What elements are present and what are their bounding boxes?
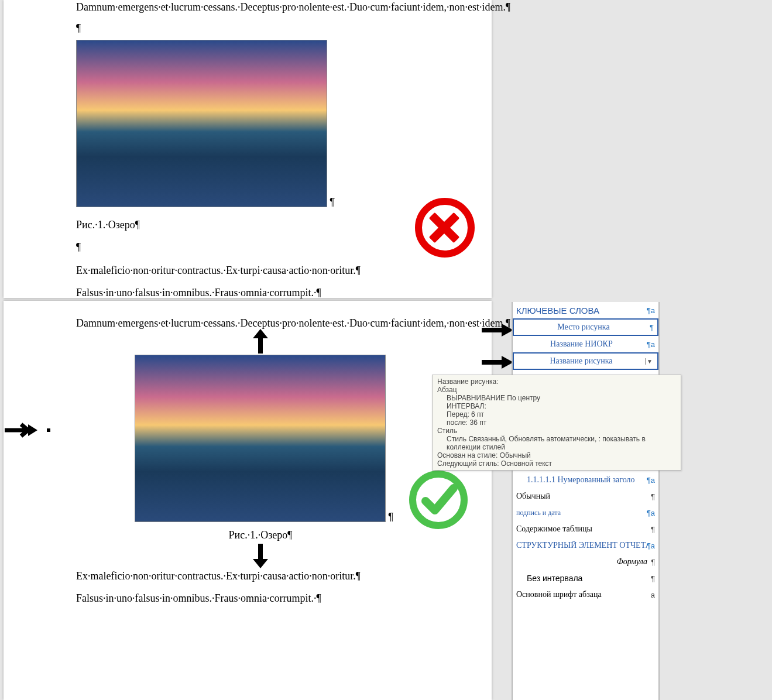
paragraph-marker: ¶ — [651, 525, 655, 534]
style-label: Основной шрифт абзаца — [516, 590, 651, 599]
tooltip-line: ВЫРАВНИВАНИЕ По центру — [437, 394, 676, 402]
style-label: Без интервала — [516, 574, 651, 583]
paragraph-marker: ¶ — [651, 492, 655, 501]
tooltip-line: Стиль — [437, 427, 676, 435]
style-item-formula[interactable]: Формула ¶ — [513, 554, 658, 570]
svg-marker-1 — [28, 424, 37, 436]
paragraph-marker: ¶a — [647, 340, 655, 349]
anchor-dot — [47, 428, 50, 432]
style-label: КЛЮЧЕВЫЕ СЛОВА — [516, 306, 647, 315]
paragraph-marker: ¶a — [647, 306, 655, 315]
incorrect-icon — [415, 198, 475, 258]
arrow-right-icon — [481, 354, 516, 371]
style-item-normal[interactable]: Обычный ¶ — [513, 488, 658, 505]
arrow-up-icon — [252, 328, 269, 355]
styles-pane: КЛЮЧЕВЫЕ СЛОВА ¶a Место рисунка ¶ Назван… — [512, 302, 660, 700]
style-item-niokr[interactable]: Название НИОКР ¶a — [513, 336, 658, 352]
arrow-down-icon — [252, 543, 269, 569]
tooltip-line: Абзац — [437, 386, 676, 394]
style-label: Обычный — [516, 492, 651, 501]
style-item-struct-element[interactable]: СТРУКТУРНЫЙ ЭЛЕМЕНТ ОТЧЕТА ¶a — [513, 537, 658, 554]
style-label: Название рисунка — [517, 356, 645, 366]
paragraph-marker: ¶ — [651, 574, 655, 583]
figure-caption: Рис.·1.·Озеро¶ — [76, 218, 140, 232]
style-label: СТРУКТУРНЫЙ ЭЛЕМЕНТ ОТЧЕТА — [516, 541, 647, 550]
tooltip-line: ИНТЕРВАЛ: — [437, 402, 676, 410]
tooltip-line: после: 36 пт — [437, 418, 676, 427]
tooltip-line: Стиль Связанный, Обновлять автоматически… — [437, 435, 676, 451]
tooltip-line: Перед: 6 пт — [437, 410, 676, 418]
paragraph-marker: ¶a — [647, 541, 655, 550]
style-item-nazvanie-risunka[interactable]: Название рисунка ▼ — [513, 352, 658, 370]
paragraph-marker: a — [651, 591, 655, 599]
empty-paragraph: ¶ — [76, 21, 81, 36]
lake-image[interactable] — [135, 355, 386, 522]
style-item-table-contents[interactable]: Содержимое таблицы ¶ — [513, 521, 658, 537]
paragraph-marker: ¶ — [650, 323, 654, 332]
style-label: Название НИОКР — [516, 339, 647, 349]
style-tooltip: Название рисунка: Абзац ВЫРАВНИВАНИЕ По … — [432, 375, 681, 471]
dropdown-arrow-icon[interactable]: ▼ — [645, 358, 654, 365]
svg-marker-5 — [253, 559, 268, 568]
arrow-right-icon — [4, 421, 39, 439]
empty-paragraph: ¶ — [76, 240, 81, 255]
document-page-bottom: Damnum·emergens·et·lucrum·cessans.·Decep… — [4, 301, 492, 700]
svg-rect-8 — [482, 360, 503, 365]
style-item-keywords[interactable]: КЛЮЧЕВЫЕ СЛОВА ¶a — [513, 302, 658, 318]
paragraph-text: Ex·maleficio·non·oritur·contractus.·Ex·t… — [76, 263, 361, 278]
tooltip-line: Следующий стиль: Основной текст — [437, 459, 676, 468]
paragraph-text: Ex·maleficio·non·oritur·contractus.·Ex·t… — [76, 569, 361, 584]
tooltip-line: Основан на стиле: Обычный — [437, 451, 676, 459]
style-item-no-spacing[interactable]: Без интервала ¶ — [513, 570, 658, 586]
image-paragraph-mark: ¶ — [330, 196, 335, 208]
figure-caption-centered: Рис.·1.·Озеро¶ — [76, 528, 445, 543]
style-item-signature[interactable]: подпись и дата ¶a — [513, 505, 658, 521]
style-label: Формула — [516, 557, 651, 567]
paragraph-marker: ¶a — [647, 476, 655, 485]
paragraph-marker: ¶ — [651, 558, 655, 567]
paragraph-text: Damnum·emergens·et·lucrum·cessans.·Decep… — [76, 316, 510, 331]
paragraph-text: Damnum·emergens·et·lucrum·cessans.·Decep… — [76, 0, 510, 15]
style-label: Содержимое таблицы — [516, 524, 651, 534]
svg-rect-4 — [258, 544, 263, 560]
style-item-mesto-risunka[interactable]: Место рисунка ¶ — [513, 318, 658, 336]
lake-image[interactable] — [76, 40, 327, 207]
paragraph-marker: ¶a — [647, 509, 655, 517]
style-label: Место рисунка — [517, 322, 650, 332]
paragraph-text: Falsus·in·uno·falsus·in·omnibus.·Fraus·o… — [76, 286, 321, 300]
style-item-default-font[interactable]: Основной шрифт абзаца a — [513, 586, 658, 603]
arrow-right-icon — [481, 321, 516, 339]
style-item-numbered-heading[interactable]: 1.1.1.1.1 Нумерованный заголо ¶a — [513, 472, 658, 488]
paragraph-text: Falsus·in·uno·falsus·in·omnibus.·Fraus·o… — [76, 591, 321, 606]
tooltip-title: Название рисунка: — [437, 378, 676, 386]
svg-marker-2 — [253, 329, 268, 338]
document-page-top: Damnum·emergens·et·lucrum·cessans.·Decep… — [4, 0, 492, 298]
style-label: 1.1.1.1.1 Нумерованный заголо — [516, 475, 647, 485]
svg-rect-3 — [258, 337, 263, 354]
correct-icon — [409, 471, 468, 529]
image-paragraph-mark: ¶ — [388, 511, 394, 523]
svg-point-0 — [413, 474, 464, 526]
svg-rect-6 — [482, 328, 503, 332]
style-label: подпись и дата — [516, 509, 647, 517]
